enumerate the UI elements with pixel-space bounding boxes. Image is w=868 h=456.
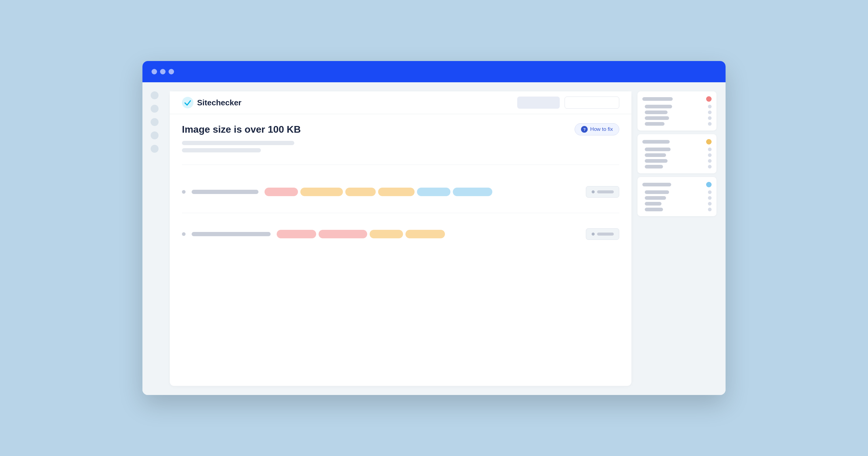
right-sub-line-3-4 [645, 208, 663, 211]
tag-orange-3 [378, 188, 414, 196]
tag-pink-3 [318, 230, 367, 238]
table-row-item-1 [182, 180, 619, 204]
browser-dots [152, 69, 174, 74]
browser-window: Sitechecker Image size is over 100 KB ? … [143, 61, 725, 395]
row-indicator-2 [182, 232, 186, 236]
right-dot-sm-10 [708, 196, 712, 200]
row-text-2 [192, 232, 271, 236]
tag-blue-2 [453, 188, 492, 196]
right-header-line-1 [642, 97, 673, 101]
right-group-1 [638, 91, 716, 131]
right-sub-line-1-1 [645, 105, 672, 108]
right-sub-line-1-2 [645, 110, 668, 114]
header-button-1[interactable] [517, 97, 560, 109]
right-sub-line-1-4 [645, 122, 664, 126]
right-dot-sm-1 [708, 105, 712, 108]
action-line-1 [597, 190, 614, 193]
nav-item-5[interactable] [151, 145, 158, 153]
row-indicator-1 [182, 190, 186, 194]
tag-orange-2 [345, 188, 376, 196]
row-action-btn-1[interactable] [586, 186, 619, 198]
right-dot-sm-8 [708, 165, 712, 168]
table-row-item-2 [182, 222, 619, 246]
right-sub-line-2-1 [645, 148, 671, 151]
issue-title-row: Image size is over 100 KB ? How to fix [182, 123, 619, 135]
right-dot-sm-12 [708, 208, 712, 211]
right-sub-line-2-3 [645, 159, 668, 163]
table-row-1 [182, 171, 619, 213]
right-dot-sm-11 [708, 202, 712, 205]
right-dot-sm-9 [708, 190, 712, 194]
status-dot-red [706, 96, 712, 102]
right-dot-sm-2 [708, 110, 712, 114]
status-dot-orange [706, 139, 712, 144]
nav-item-4[interactable] [151, 131, 158, 139]
right-group-3-lines [642, 190, 712, 211]
right-sub-line-1-3 [645, 116, 669, 120]
action-dot-2 [592, 233, 595, 236]
app-header: Sitechecker [170, 91, 631, 114]
main-content: Sitechecker Image size is over 100 KB ? … [167, 82, 725, 395]
right-sub-line-2-2 [645, 153, 666, 157]
action-dot-1 [592, 190, 595, 193]
tags-area-1 [265, 188, 580, 196]
right-sub-line-2-4 [645, 165, 663, 168]
right-group-2 [638, 134, 716, 173]
right-group-1-header [642, 96, 712, 102]
tag-orange-5 [405, 230, 445, 238]
tag-pink-2 [277, 230, 316, 238]
browser-dot-1 [152, 69, 157, 74]
tag-pink-1 [265, 188, 298, 196]
right-dot-sm-6 [708, 153, 712, 157]
status-dot-blue [706, 182, 712, 187]
right-sub-line-3-2 [645, 196, 666, 200]
browser-body: Sitechecker Image size is over 100 KB ? … [143, 82, 725, 395]
right-group-2-header [642, 139, 712, 144]
description-line-2 [182, 148, 261, 153]
center-panel: Sitechecker Image size is over 100 KB ? … [170, 91, 631, 386]
spacer-1 [182, 165, 619, 171]
issue-title-section: Image size is over 100 KB ? How to fix [182, 123, 619, 165]
nav-item-3[interactable] [151, 118, 158, 126]
tag-orange-1 [300, 188, 343, 196]
right-group-2-lines [642, 148, 712, 168]
question-icon: ? [581, 126, 588, 133]
browser-dot-3 [168, 69, 174, 74]
right-dot-sm-3 [708, 116, 712, 120]
tags-area-2 [277, 230, 580, 238]
tag-orange-4 [370, 230, 403, 238]
right-dot-sm-5 [708, 148, 712, 151]
header-button-2[interactable] [565, 97, 619, 109]
header-buttons [517, 97, 619, 109]
right-panel [638, 91, 716, 386]
row-text-1 [192, 190, 258, 194]
tag-blue-1 [417, 188, 451, 196]
how-to-fix-label: How to fix [590, 126, 613, 132]
nav-item-1[interactable] [151, 91, 158, 99]
sidebar-nav [143, 82, 167, 395]
right-sub-line-3-1 [645, 190, 669, 194]
action-line-2 [597, 233, 614, 236]
logo-text: Sitechecker [197, 98, 242, 107]
table-row-2 [182, 213, 619, 255]
logo-area: Sitechecker [182, 97, 517, 108]
right-header-line-3 [642, 183, 671, 186]
row-action-btn-2[interactable] [586, 228, 619, 240]
description-line-1 [182, 141, 294, 145]
right-group-1-lines [642, 105, 712, 126]
issue-title: Image size is over 100 KB [182, 124, 301, 135]
right-group-3 [638, 177, 716, 216]
right-group-3-header [642, 182, 712, 187]
right-dot-sm-7 [708, 159, 712, 163]
right-header-line-2 [642, 140, 670, 143]
browser-dot-2 [160, 69, 165, 74]
svg-point-0 [182, 97, 193, 108]
sitechecker-logo-icon [182, 97, 193, 108]
nav-item-2[interactable] [151, 105, 158, 112]
how-to-fix-button[interactable]: ? How to fix [575, 123, 619, 135]
browser-titlebar [143, 61, 725, 82]
right-sub-line-3-3 [645, 202, 661, 205]
right-dot-sm-4 [708, 122, 712, 126]
